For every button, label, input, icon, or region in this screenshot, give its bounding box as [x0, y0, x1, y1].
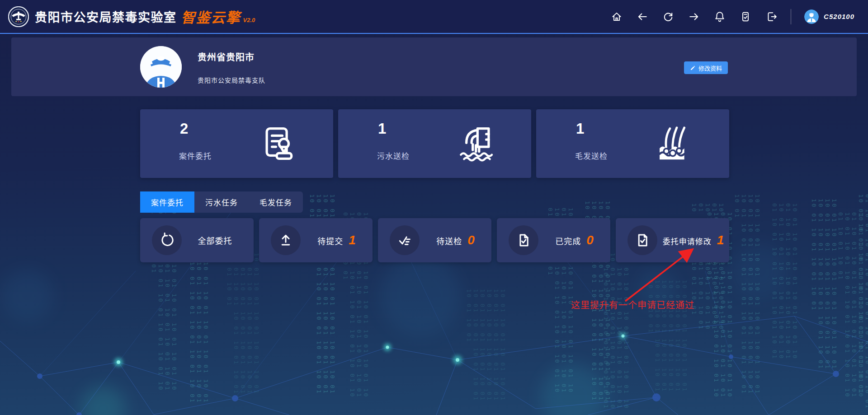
profile-department: 贵阳市公安局禁毒支队 — [198, 75, 265, 84]
filter-completed[interactable]: 已完成 0 — [497, 218, 610, 262]
police-officer-avatar — [140, 46, 182, 88]
task-tabs: 案件委托 污水任务 毛发任务 — [140, 191, 303, 213]
filter-cards-row: 全部委托 待提交 1 待送检 0 — [140, 218, 729, 262]
document-check-icon — [516, 233, 531, 248]
tasks-button[interactable] — [739, 10, 752, 23]
icon-circle — [271, 225, 301, 255]
user-chip[interactable]: C520100 — [804, 9, 854, 24]
filter-count: 1 — [717, 234, 724, 247]
filter-count: 1 — [349, 234, 356, 247]
tab-case-commission[interactable]: 案件委托 — [140, 191, 194, 213]
stat-card-hair-inspection: 1 毛发送检 — [536, 109, 729, 178]
filter-label: 待提交 — [317, 235, 343, 247]
profile-region: 贵州省贵阳市 — [198, 50, 255, 63]
notifications-button[interactable] — [713, 10, 726, 23]
filter-pending-inspection[interactable]: 待送检 0 — [378, 218, 491, 262]
hair-follicle-icon — [653, 124, 693, 163]
edit-profile-label: 修改资料 — [698, 64, 722, 72]
annotation-text: 这里提升有一个申请已经通过 — [571, 298, 694, 311]
stat-card-case-commission: 2 案件委托 — [140, 109, 333, 178]
filter-all-commissions[interactable]: 全部委托 — [140, 218, 254, 262]
stat-cards-row: 2 案件委托 1 污水送检 — [140, 109, 729, 178]
filter-label: 全部委托 — [198, 234, 232, 246]
refresh-icon — [662, 11, 674, 23]
filter-count: 0 — [467, 234, 475, 247]
home-icon — [611, 11, 623, 23]
icon-circle — [627, 225, 657, 255]
tab-hair-tasks[interactable]: 毛发任务 — [249, 191, 303, 213]
icon-circle — [390, 225, 420, 255]
forward-arrow-icon — [688, 11, 700, 23]
stat-label: 污水送检 — [377, 150, 410, 161]
filter-commission-modification-request[interactable]: 委托申请修改 1 — [616, 218, 729, 262]
edit-profile-button[interactable]: 修改资料 — [684, 61, 728, 74]
restore-icon — [159, 233, 175, 248]
top-header-bar: 贵阳市公安局禁毒实验室 智鉴云擎 V2.0 — [0, 0, 868, 34]
profile-banner: 贵州省贵阳市 贵阳市公安局禁毒支队 修改资料 — [11, 37, 857, 96]
back-button[interactable] — [636, 10, 649, 23]
stat-value: 1 — [576, 120, 584, 137]
notification-bell-icon — [714, 11, 726, 23]
logout-icon — [765, 11, 777, 23]
upload-icon — [278, 233, 293, 248]
document-check-icon — [635, 233, 650, 248]
home-button[interactable] — [610, 10, 623, 23]
header-toolbar: C520100 — [610, 9, 854, 24]
sewage-outfall-icon — [455, 124, 495, 163]
version-label: V2.0 — [243, 17, 255, 23]
logout-button[interactable] — [765, 10, 778, 23]
header-divider — [791, 9, 791, 24]
filter-label: 待送检 — [436, 235, 462, 247]
app-title: 贵阳市公安局禁毒实验室 — [35, 8, 177, 25]
filter-label: 委托申请修改 — [663, 235, 712, 247]
police-badge-icon — [8, 6, 29, 27]
task-check-icon — [740, 11, 751, 23]
stat-value: 1 — [378, 120, 386, 137]
forward-button[interactable] — [688, 10, 700, 23]
icon-circle — [152, 225, 182, 255]
edit-pencil-icon — [690, 65, 696, 71]
refresh-button[interactable] — [662, 10, 675, 23]
back-arrow-icon — [637, 11, 648, 23]
checklist-icon — [397, 233, 412, 248]
brand-logo-text: 智鉴云擎 — [181, 6, 241, 27]
user-avatar-icon — [804, 9, 819, 24]
filter-label: 已完成 — [555, 235, 581, 247]
tab-sewage-tasks[interactable]: 污水任务 — [194, 191, 249, 213]
stat-card-sewage-inspection: 1 污水送检 — [338, 109, 531, 178]
stat-label: 毛发送检 — [575, 150, 608, 161]
dashboard-screen: 10 01 10 01 10 01 10 01 10 01 10 01 10 0… — [0, 0, 868, 415]
user-id-label: C520100 — [824, 13, 854, 20]
stat-value: 2 — [180, 120, 188, 137]
icon-circle — [509, 225, 538, 255]
filter-pending-submit[interactable]: 待提交 1 — [259, 218, 373, 262]
filter-count: 0 — [586, 234, 594, 247]
stat-label: 案件委托 — [179, 150, 212, 161]
case-document-stamp-icon — [257, 124, 297, 163]
